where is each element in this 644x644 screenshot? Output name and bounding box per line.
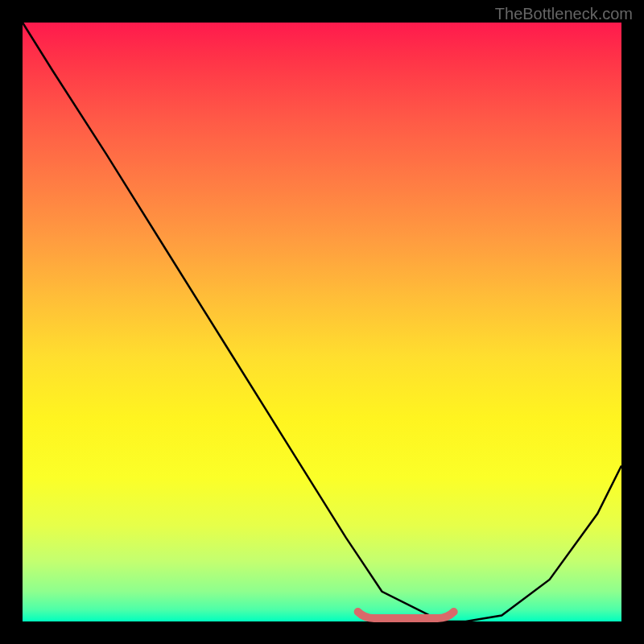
watermark-text: TheBottleneck.com [495, 5, 633, 23]
flat-region-highlight [358, 612, 454, 618]
chart-plot-area [23, 23, 621, 621]
main-curve-path [23, 23, 621, 621]
chart-svg [23, 23, 621, 621]
